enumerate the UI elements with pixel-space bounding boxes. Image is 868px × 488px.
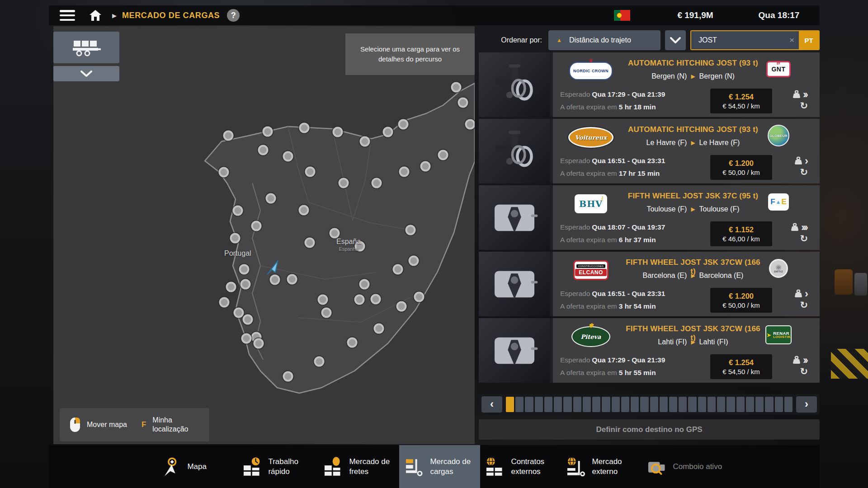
cargo-offer-row[interactable]: BHV⌇ FIFTH WHEEL JOST JSK 37C (95 t) Tou…: [479, 185, 820, 250]
city-marker[interactable]: [287, 274, 297, 285]
city-marker[interactable]: [219, 297, 230, 308]
clear-search-icon[interactable]: ×: [789, 35, 794, 45]
page-cell[interactable]: [640, 397, 648, 412]
city-marker[interactable]: [305, 238, 315, 248]
search-input[interactable]: [698, 36, 787, 45]
city-marker[interactable]: [347, 338, 358, 348]
page-cell[interactable]: [544, 397, 552, 412]
cargo-offer-row[interactable]: Voitureux AUTOMATIC HITCHING JOST (93 t)…: [479, 119, 820, 183]
city-marker[interactable]: [283, 371, 293, 382]
cargo-offer-row[interactable]: ♛NORDIC CROWN AUTOMATIC HITCHING JOST (9…: [479, 52, 820, 117]
city-marker[interactable]: [409, 256, 419, 266]
page-cell[interactable]: [775, 397, 783, 412]
city-marker[interactable]: [458, 98, 468, 108]
city-marker[interactable]: [372, 178, 382, 188]
city-marker[interactable]: [354, 295, 365, 305]
home-icon[interactable]: [89, 9, 102, 21]
city-marker[interactable]: [399, 167, 410, 177]
next-page-button[interactable]: ›: [796, 396, 817, 413]
city-marker[interactable]: [305, 167, 316, 177]
city-marker[interactable]: [393, 264, 403, 275]
page-cell[interactable]: [726, 397, 735, 412]
city-marker[interactable]: [243, 314, 253, 325]
page-cell[interactable]: [784, 397, 793, 412]
page-cell[interactable]: [612, 397, 620, 412]
page-cell[interactable]: [631, 397, 639, 412]
language-badge[interactable]: PT: [799, 31, 819, 49]
previous-page-button[interactable]: ‹: [481, 396, 502, 413]
city-marker[interactable]: [241, 279, 251, 290]
page-cell[interactable]: [669, 397, 677, 412]
city-marker[interactable]: [321, 308, 332, 318]
page-cell[interactable]: [592, 397, 600, 412]
city-marker[interactable]: [330, 228, 340, 239]
city-marker[interactable]: [360, 136, 370, 147]
trailer-browser-button[interactable]: [53, 32, 119, 63]
city-marker[interactable]: [299, 123, 310, 133]
city-marker[interactable]: [251, 221, 262, 231]
city-marker[interactable]: [333, 127, 343, 137]
city-marker[interactable]: [451, 82, 462, 93]
page-cell[interactable]: [650, 397, 658, 412]
cargo-offer-row[interactable]: ✾Piteva FIFTH WHEEL JOST JSK 37CW (166 t…: [479, 318, 820, 383]
page-cell[interactable]: [736, 397, 745, 412]
city-marker[interactable]: [258, 145, 269, 155]
city-marker[interactable]: [465, 119, 475, 130]
nav-item-map[interactable]: Mapa: [156, 445, 237, 488]
page-cell[interactable]: [679, 397, 687, 412]
search-box[interactable]: ×: [691, 31, 799, 49]
page-cell[interactable]: [688, 397, 696, 412]
city-marker[interactable]: [241, 333, 252, 344]
city-marker[interactable]: [263, 127, 273, 137]
nav-item-active-convoy[interactable]: Comboio ativo: [642, 445, 723, 488]
page-cell[interactable]: [708, 397, 716, 412]
nav-item-external-market[interactable]: Mercado externo: [561, 445, 642, 488]
page-cell[interactable]: [602, 397, 610, 412]
page-cell[interactable]: [698, 397, 706, 412]
nav-item-external-contracts[interactable]: Contratos externos: [480, 445, 561, 488]
help-button[interactable]: ?: [227, 9, 240, 22]
page-cell[interactable]: [563, 397, 571, 412]
city-marker[interactable]: [234, 308, 244, 318]
city-marker[interactable]: [314, 357, 325, 367]
city-marker[interactable]: [318, 295, 328, 305]
page-cell[interactable]: [583, 397, 591, 412]
page-cell[interactable]: [535, 397, 543, 412]
sort-dropdown[interactable]: ▲ Distância do trajeto: [548, 30, 660, 50]
city-marker[interactable]: [359, 279, 370, 290]
set-gps-destination-button[interactable]: Definir como destino no GPS: [479, 419, 820, 440]
city-marker[interactable]: [339, 178, 349, 188]
city-marker[interactable]: [383, 127, 393, 137]
city-marker[interactable]: [414, 292, 425, 302]
city-marker[interactable]: [254, 338, 264, 349]
page-cell[interactable]: [525, 397, 533, 412]
page-cell[interactable]: [554, 397, 562, 412]
city-marker[interactable]: [420, 161, 431, 172]
sort-dropdown-expand-button[interactable]: [665, 30, 686, 50]
page-cell[interactable]: [755, 397, 764, 412]
page-cell[interactable]: [573, 397, 581, 412]
city-marker[interactable]: [299, 205, 309, 216]
map-panel[interactable]: Portugal España Espanha Selecione uma ca…: [53, 26, 475, 444]
cargo-offer-row[interactable]: CONSTRUCCIONES ELCANO FIFTH WHEEL JOST J…: [479, 252, 820, 316]
city-marker[interactable]: [398, 119, 409, 130]
page-cell[interactable]: [660, 397, 668, 412]
collapse-panel-button[interactable]: [53, 66, 119, 81]
city-marker[interactable]: [283, 151, 293, 162]
city-marker[interactable]: [226, 282, 236, 292]
nav-item-cargo-market[interactable]: Mercado de cargas: [399, 445, 480, 488]
city-marker[interactable]: [230, 233, 241, 244]
city-marker[interactable]: [239, 264, 250, 275]
city-marker[interactable]: [270, 275, 280, 285]
city-marker[interactable]: [266, 193, 276, 204]
city-marker[interactable]: [371, 294, 381, 305]
city-marker[interactable]: [396, 301, 407, 312]
city-marker[interactable]: [233, 206, 243, 216]
city-marker[interactable]: [223, 131, 234, 141]
page-cell[interactable]: [765, 397, 773, 412]
page-cell[interactable]: [515, 397, 524, 412]
city-marker[interactable]: [219, 167, 229, 178]
page-cell[interactable]: [717, 397, 725, 412]
city-marker[interactable]: [438, 150, 448, 160]
page-cell[interactable]: [506, 397, 514, 412]
